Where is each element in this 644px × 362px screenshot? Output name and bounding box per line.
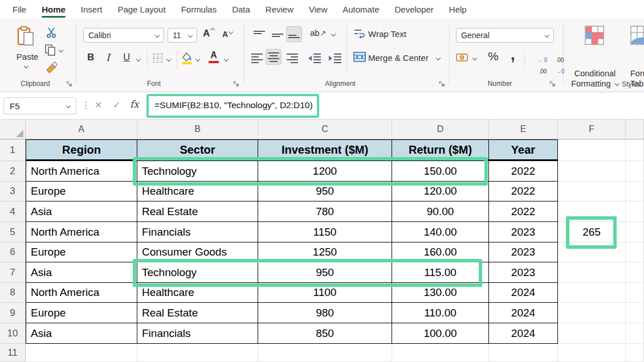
row-header-2[interactable]: 2 <box>0 161 26 182</box>
number-format-combo[interactable]: General <box>456 28 554 43</box>
font-color-button[interactable]: A <box>209 51 219 63</box>
paste-icon[interactable] <box>16 26 35 48</box>
cell-E7[interactable]: 2023 <box>489 262 558 283</box>
cell-B4[interactable]: Real Estate <box>137 201 258 222</box>
cell-D2[interactable]: 150.00 <box>392 161 489 182</box>
cell-G10[interactable] <box>626 323 644 344</box>
cell-E1[interactable]: Year <box>489 139 558 161</box>
cell-D11[interactable] <box>392 344 489 362</box>
cell-G6[interactable] <box>626 242 644 262</box>
cell-C1[interactable]: Investment ($M) <box>258 139 392 161</box>
column-header-D[interactable]: D <box>392 120 489 139</box>
menu-tab[interactable]: Insert <box>81 5 103 14</box>
borders-icon[interactable] <box>153 53 163 63</box>
cell-C9[interactable]: 980 <box>258 303 392 323</box>
row-header-7[interactable]: 7 <box>0 262 26 283</box>
cell-C3[interactable]: 950 <box>258 182 392 201</box>
cell-F4[interactable] <box>558 201 626 222</box>
cell-F7[interactable] <box>558 262 626 283</box>
cell-E10[interactable]: 2024 <box>489 323 558 344</box>
cell-F6[interactable] <box>558 242 626 262</box>
cell-D9[interactable]: 110.00 <box>392 303 489 323</box>
column-header-B[interactable]: B <box>137 120 258 139</box>
cell-C2[interactable]: 1200 <box>258 161 392 182</box>
menu-tab[interactable]: Review <box>266 5 294 14</box>
formula-input[interactable]: =SUMIF(B2:B10, "Technology", D2:D10) <box>154 100 313 110</box>
cell-F11[interactable] <box>558 344 626 362</box>
cell-F9[interactable] <box>558 303 626 323</box>
cell-F8[interactable] <box>558 283 626 303</box>
paste-dropdown-chevron[interactable] <box>24 64 28 68</box>
cell-E3[interactable]: 2022 <box>489 182 558 201</box>
cell-F1[interactable] <box>558 139 626 161</box>
row-header-3[interactable]: 3 <box>0 182 26 201</box>
cell-E8[interactable]: 2024 <box>489 283 558 303</box>
increase-font-size-button[interactable]: A <box>203 28 213 39</box>
decrease-indent-icon[interactable] <box>308 53 321 63</box>
orientation-dropdown-chevron[interactable] <box>331 32 336 36</box>
row-header-8[interactable]: 8 <box>0 283 26 303</box>
cell-G2[interactable] <box>626 161 644 182</box>
cell-E9[interactable]: 2024 <box>489 303 558 323</box>
cell-D4[interactable]: 90.00 <box>392 201 489 222</box>
row-header-1[interactable]: 1 <box>0 139 26 161</box>
row-header-10[interactable]: 10 <box>0 323 26 344</box>
cell-G3[interactable] <box>626 182 644 201</box>
merge-center-dropdown-chevron[interactable] <box>436 56 441 60</box>
number-dialog-launcher[interactable] <box>549 81 556 87</box>
decrease-decimal-button[interactable]: .00 →0 <box>546 52 564 80</box>
underline-button[interactable]: U <box>123 52 130 63</box>
font-name-combo[interactable]: Calibri <box>83 28 164 43</box>
enter-icon[interactable]: ✓ <box>113 100 120 110</box>
cell-B10[interactable]: Financials <box>137 323 258 344</box>
underline-dropdown-chevron[interactable] <box>136 57 141 61</box>
cell-C8[interactable]: 1100 <box>258 283 392 303</box>
fill-color-icon[interactable] <box>181 52 193 64</box>
cell-G4[interactable] <box>626 201 644 222</box>
cell-F10[interactable] <box>558 323 626 344</box>
alignment-dialog-launcher[interactable] <box>439 81 445 87</box>
italic-button[interactable]: I <box>106 52 110 63</box>
accounting-format-icon[interactable] <box>456 53 470 63</box>
menu-tab[interactable]: Automate <box>343 5 379 14</box>
cell-B8[interactable]: Healthcare <box>137 283 258 303</box>
cell-B3[interactable]: Healthcare <box>137 182 258 201</box>
select-all-button[interactable] <box>0 120 26 139</box>
menu-tab[interactable]: Home <box>42 5 66 14</box>
cell-G9[interactable] <box>626 303 644 323</box>
cancel-icon[interactable]: ✕ <box>95 100 102 110</box>
menu-tab[interactable]: Help <box>449 5 467 14</box>
cell-F5[interactable]: 265 <box>558 222 626 242</box>
cell-B1[interactable]: Sector <box>137 139 258 161</box>
cell-F2[interactable] <box>558 161 626 182</box>
fill-color-dropdown-chevron[interactable] <box>195 57 200 61</box>
copy-icon[interactable] <box>44 44 56 56</box>
cell-E11[interactable] <box>489 344 558 362</box>
cell-A6[interactable]: Europe <box>26 242 137 262</box>
increase-indent-icon[interactable] <box>328 53 342 63</box>
cell-A10[interactable]: Asia <box>26 323 137 344</box>
increase-decimal-button[interactable]: ←0 .00 <box>529 52 547 80</box>
font-size-combo[interactable]: 11 <box>168 28 197 43</box>
row-header-11[interactable]: 11 <box>0 344 26 362</box>
menu-tab[interactable]: File <box>13 5 26 14</box>
middle-align-icon[interactable] <box>271 30 284 40</box>
top-align-icon[interactable] <box>253 30 266 40</box>
bold-button[interactable]: B <box>87 52 94 63</box>
row-header-9[interactable]: 9 <box>0 303 26 323</box>
column-header-E[interactable]: E <box>489 120 558 139</box>
conditional-formatting-icon[interactable] <box>585 26 604 45</box>
format-painter-icon[interactable] <box>44 61 58 73</box>
row-header-4[interactable]: 4 <box>0 201 26 222</box>
align-left-icon[interactable] <box>251 53 263 63</box>
orientation-button[interactable]: ab ↗ <box>310 28 326 38</box>
menu-tab[interactable]: Page Layout <box>117 5 165 14</box>
cell-D7[interactable]: 115.00 <box>392 262 489 283</box>
center-align-button-selected[interactable] <box>266 49 282 65</box>
menu-tab[interactable]: View <box>309 5 327 14</box>
font-dialog-launcher[interactable] <box>233 81 239 87</box>
cell-G8[interactable] <box>626 283 644 303</box>
cell-D3[interactable]: 120.00 <box>392 182 489 201</box>
wrap-text-icon[interactable] <box>353 28 365 39</box>
cell-E2[interactable]: 2022 <box>489 161 558 182</box>
